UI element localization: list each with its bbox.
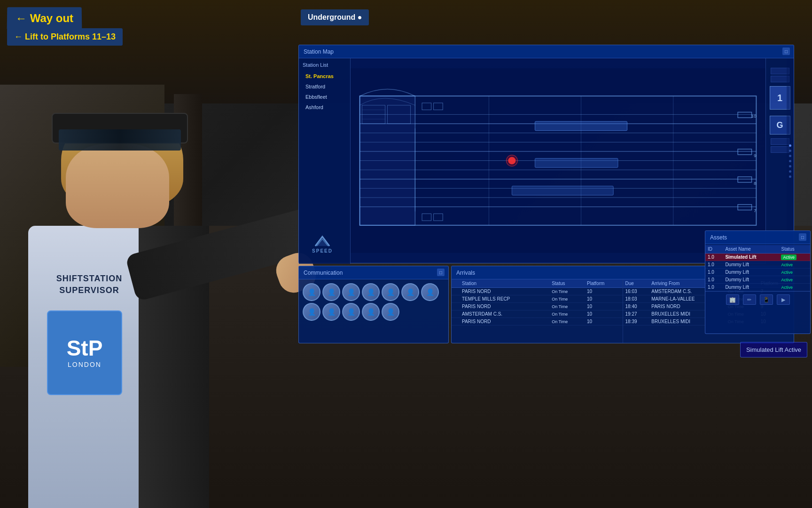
dep-time-4 (452, 310, 460, 318)
arr-due-5: 18:39 (623, 318, 649, 325)
svg-rect-27 (535, 121, 627, 131)
departures-section: Station Status Platform PARIS NORD On Ti… (452, 279, 623, 343)
comm-minimize[interactable]: □ (437, 269, 445, 276)
scroll-dot-6 (789, 170, 791, 173)
asset-name-1: Simulated Lift (723, 254, 779, 261)
assets-table: ID Asset Name Status 1.0 Simulated Lift … (705, 245, 810, 291)
wayout-text: ← Way out (16, 12, 73, 24)
avatar-9[interactable]: 👤 (322, 303, 340, 321)
bg-sign-underground: Underground ● (301, 9, 369, 25)
asset-status-2: Active (779, 261, 810, 269)
asset-row-2[interactable]: 1.0 Dummy Lift Active (705, 261, 810, 269)
toolbar-icon-building[interactable]: 🏢 (726, 294, 739, 305)
toolbar-icon-video[interactable]: ▶ (777, 294, 790, 305)
dep-status-3: On Time (549, 303, 585, 310)
dep-station-3: PARIS NORD (460, 303, 549, 310)
asset-status-3: Active (779, 269, 810, 276)
avatar-12[interactable]: 👤 (382, 303, 399, 321)
scroll-dot-7 (789, 175, 791, 178)
assets-minimize[interactable]: □ (799, 233, 806, 241)
dep-platform-3: 10 (585, 303, 622, 310)
svg-text:7: 7 (754, 208, 756, 213)
dep-station-4: AMSTERDAM C.S. (460, 310, 549, 318)
bg-sign-wayout: ← Way out (7, 7, 82, 30)
dep-platform-1: 10 (585, 288, 622, 295)
comm-header: Communication □ (299, 266, 448, 279)
avatar-4[interactable]: 👤 (362, 283, 380, 301)
asset-id-1: 1.0 (705, 254, 723, 261)
avatar-7[interactable]: 👤 (421, 283, 439, 301)
station-item-ashford[interactable]: Ashford (303, 103, 346, 112)
dep-row-5[interactable]: PARIS NORD On Time 10 (452, 318, 623, 325)
asset-row-3[interactable]: 1.0 Dummy Lift Active (705, 269, 810, 276)
dep-time-3 (452, 303, 460, 310)
platforms-text: ← Lift to Platforms 11–13 (14, 32, 116, 41)
scroll-dot-5 (789, 165, 791, 167)
dep-status-4: On Time (549, 310, 585, 318)
avatar-10[interactable]: 👤 (342, 303, 360, 321)
vest-logo-badge: StP LONDON (47, 310, 122, 395)
arr-due-1: 16:03 (623, 288, 649, 295)
asset-row-1[interactable]: 1.0 Simulated Lift Active (705, 254, 810, 261)
svg-text:8: 8 (754, 181, 757, 186)
dep-status-1: On Time (549, 288, 585, 295)
dep-row-3[interactable]: PARIS NORD On Time 10 (452, 303, 623, 310)
asset-id-2: 1.0 (705, 261, 723, 269)
assets-header: Assets □ (705, 231, 810, 244)
avatar-1[interactable]: 👤 (303, 283, 320, 301)
dep-status-2: On Time (549, 295, 585, 303)
dep-time-2 (452, 295, 460, 303)
asset-name-3: Dummy Lift (723, 269, 779, 276)
station-item-st-pancras[interactable]: St. Pancras (303, 71, 346, 81)
dep-row-1[interactable]: PARIS NORD On Time 10 (452, 288, 623, 295)
departures-table: Station Status Platform PARIS NORD On Ti… (452, 279, 623, 325)
hololens-visor (59, 129, 181, 151)
assets-header-row: ID Asset Name Status (705, 245, 810, 254)
map-area: 10 9 8 7 (351, 58, 765, 263)
avatar-2[interactable]: 👤 (322, 283, 340, 301)
sim-lift-banner: Simulated Lift Active (740, 342, 807, 357)
station-item-stratford[interactable]: Stratford (303, 82, 346, 91)
avatar-8[interactable]: 👤 (303, 303, 320, 321)
avatar-11[interactable]: 👤 (362, 303, 380, 321)
arrivals-tab-label[interactable]: Arrivals (456, 270, 475, 276)
station-map-title: Station Map (304, 48, 334, 55)
station-item-ebbsfleet[interactable]: Ebbsfleet (303, 92, 346, 102)
svg-rect-29 (512, 186, 613, 195)
assets-col-status: Status (779, 245, 810, 254)
speed-logo: SPEED (306, 231, 339, 257)
dep-row-2[interactable]: TEMPLE MILLS RECP On Time 10 (452, 295, 623, 303)
station-map-minimize[interactable]: □ (782, 48, 790, 55)
speed-icon-svg (313, 234, 332, 248)
dep-time-5 (452, 318, 460, 325)
asset-status-1: Active (779, 254, 810, 261)
asset-row-5[interactable]: 1.0 Dummy Lift Active (705, 284, 810, 291)
scroll-dot-1 (789, 144, 791, 147)
departures-header-row: Station Status Platform (452, 279, 623, 288)
avatar-5[interactable]: 👤 (382, 283, 399, 301)
arr-due-3: 18:40 (623, 303, 649, 310)
assets-panel: Assets □ ID Asset Name Status 1.0 Simula… (705, 230, 811, 334)
arr-due-2: 18:03 (623, 295, 649, 303)
svg-text:10: 10 (751, 113, 756, 119)
arr-due-4: 19:27 (623, 310, 649, 318)
avatar-6[interactable]: 👤 (401, 283, 419, 301)
communication-panel: Communication □ 👤 👤 👤 👤 👤 👤 👤 👤 👤 👤 👤 👤 (298, 266, 449, 343)
person-face (66, 143, 169, 228)
blueprint-svg: 10 9 8 7 (351, 58, 765, 263)
person-supervisor: StP LONDON SHIFTSTATION SUPERVISOR (0, 85, 291, 508)
toolbar-icon-mobile[interactable]: 📱 (760, 294, 773, 305)
dep-platform-4: 10 (585, 310, 622, 318)
station-map-header: Station Map □ (299, 45, 794, 58)
departures-body: PARIS NORD On Time 10 TEMPLE MILLS RECP … (452, 288, 623, 325)
comm-title: Communication (304, 270, 343, 276)
svg-text:9: 9 (754, 153, 756, 158)
asset-row-4[interactable]: 1.0 Dummy Lift Active (705, 276, 810, 284)
dep-row-4[interactable]: AMSTERDAM C.S. On Time 10 (452, 310, 623, 318)
avatar-3[interactable]: 👤 (342, 283, 360, 301)
asset-id-4: 1.0 (705, 276, 723, 284)
arr-col-due: Due (623, 279, 649, 288)
toolbar-icon-edit[interactable]: ✏ (743, 294, 756, 305)
dep-status-5: On Time (549, 318, 585, 325)
scroll-dot-3 (789, 155, 791, 157)
